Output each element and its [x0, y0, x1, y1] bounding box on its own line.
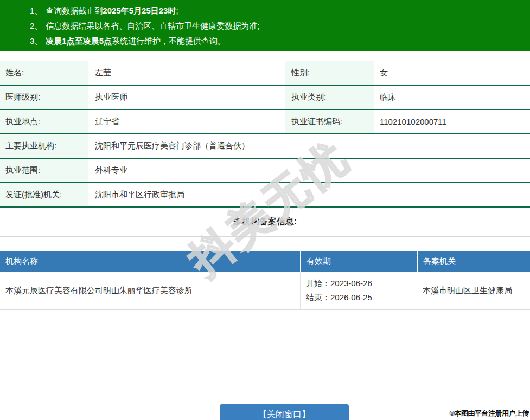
- notice-text: ;: [176, 6, 178, 15]
- filing-header-org-name: 机构名称: [0, 251, 300, 272]
- close-window-button[interactable]: 【关闭窗口】: [220, 404, 349, 420]
- info-value-practice-location: 辽宁省: [88, 110, 285, 133]
- notice-line-3: 3、凌晨1点至凌晨5点系统进行维护，不能提供查询。: [30, 34, 530, 49]
- info-label-name: 姓名:: [0, 61, 88, 85]
- info-value-doctor-level: 执业医师: [88, 86, 285, 109]
- info-value-cert-number: 110210102000711: [374, 110, 530, 133]
- info-label-gender: 性别:: [285, 61, 374, 85]
- notice-number: 1、: [30, 6, 42, 15]
- filing-table: 机构名称 有效期 备案机关 本溪元辰医疗美容有限公司明山朱丽华医疗美容诊所 开始…: [0, 251, 530, 310]
- notice-number: 3、: [30, 36, 42, 46]
- info-label-main-institution: 主要执业机构:: [0, 134, 88, 158]
- notice-text: 信息数据结果以各省、自治区、直辖市卫生健康委数据为准;: [46, 21, 259, 30]
- info-value-name: 左莹: [88, 61, 285, 85]
- info-label-doctor-level: 医师级别:: [0, 86, 88, 109]
- practitioner-info-table: 姓名: 左莹 性别: 女 医师级别: 执业医师 执业类别: 临床 执业地点: 辽…: [0, 61, 530, 208]
- info-label-cert-number: 执业证书编码:: [285, 110, 374, 133]
- info-label-practice-category: 执业类别:: [285, 86, 374, 109]
- upload-stamp: ©本图由平台注册用户上传: [449, 409, 529, 418]
- info-label-issuing-authority: 发证(批准)机关:: [0, 183, 88, 206]
- multi-institution-section-title: 多机构备案信息:: [0, 208, 530, 237]
- notice-bold-text: 凌晨1点至凌晨5点: [46, 36, 112, 46]
- notice-text: 系统进行维护，不能提供查询。: [112, 36, 226, 46]
- info-value-practice-scope: 外科专业: [88, 159, 530, 182]
- notice-line-1: 1、查询数据截止到2025年5月25日23时;: [30, 3, 530, 18]
- filing-table-header: 机构名称 有效期 备案机关: [0, 251, 530, 272]
- notice-text: 查询数据截止到: [46, 6, 103, 15]
- info-value-practice-category: 临床: [374, 86, 530, 109]
- info-label-practice-location: 执业地点:: [0, 110, 88, 133]
- filing-header-authority: 备案机关: [417, 251, 530, 272]
- info-value-gender: 女: [374, 61, 530, 85]
- validity-end: 结束：2026-06-25: [306, 290, 417, 305]
- notice-bold-text: 2025年5月25日23时: [103, 6, 176, 15]
- info-row-name-gender: 姓名: 左莹 性别: 女: [0, 61, 530, 86]
- filing-table-row: 本溪元辰医疗美容有限公司明山朱丽华医疗美容诊所 开始：2023-06-26 结束…: [0, 272, 530, 310]
- info-value-main-institution: 沈阳和平元辰医疗美容门诊部（普通合伙）: [88, 134, 530, 158]
- notice-banner: 1、查询数据截止到2025年5月25日23时; 2、信息数据结果以各省、自治区、…: [0, 0, 530, 51]
- notice-number: 2、: [30, 21, 42, 30]
- filing-header-validity: 有效期: [300, 251, 417, 272]
- filing-authority-cell: 本溪市明山区卫生健康局: [417, 272, 530, 309]
- filing-org-name-cell: 本溪元辰医疗美容有限公司明山朱丽华医疗美容诊所: [0, 272, 300, 309]
- info-row-issuing-authority: 发证(批准)机关: 沈阳市和平区行政审批局: [0, 183, 530, 208]
- info-row-practice-scope: 执业范围: 外科专业: [0, 159, 530, 183]
- info-row-level-category: 医师级别: 执业医师 执业类别: 临床: [0, 86, 530, 110]
- validity-start: 开始：2023-06-26: [306, 276, 417, 290]
- notice-line-2: 2、信息数据结果以各省、自治区、直辖市卫生健康委数据为准;: [30, 18, 530, 34]
- info-value-issuing-authority: 沈阳市和平区行政审批局: [88, 183, 530, 206]
- info-row-main-institution: 主要执业机构: 沈阳和平元辰医疗美容门诊部（普通合伙）: [0, 134, 530, 159]
- filing-validity-cell: 开始：2023-06-26 结束：2026-06-25: [300, 272, 417, 309]
- info-label-practice-scope: 执业范围:: [0, 159, 88, 182]
- info-row-location-certno: 执业地点: 辽宁省 执业证书编码: 110210102000711: [0, 110, 530, 134]
